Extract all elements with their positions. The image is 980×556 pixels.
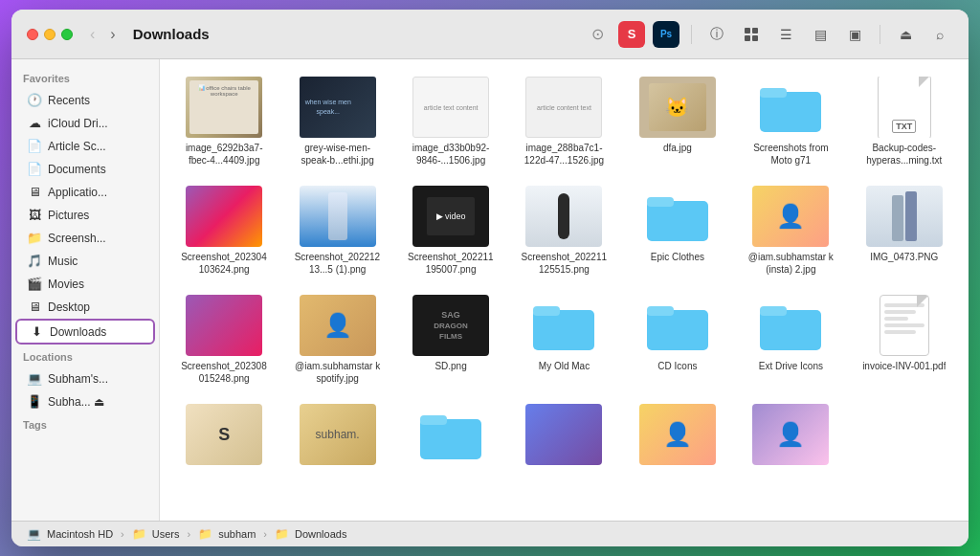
info-icon[interactable]: ⓘ (703, 21, 730, 48)
downloads-icon: ⬇ (29, 324, 44, 339)
scrivener-icon[interactable]: S (618, 21, 645, 48)
file-item[interactable]: Screenshots from Moto g71 (738, 71, 843, 172)
traffic-lights (27, 29, 73, 40)
pictures-icon: 🖼 (27, 208, 42, 222)
sidebar-item-desktop[interactable]: 🖥 Desktop (15, 296, 155, 318)
file-item[interactable]: TXT Backup-codes-hyperas...ming.txt (852, 71, 957, 172)
sidebar-item-subhams[interactable]: 💻 Subham's... (15, 367, 155, 389)
sidebar-item-screenshots[interactable]: 📁 Screensh... (15, 227, 155, 249)
gallery-view-icon[interactable]: ▣ (841, 21, 868, 48)
fullscreen-button[interactable] (61, 29, 73, 40)
forward-button[interactable]: › (104, 24, 121, 45)
file-item[interactable]: Epic Clothes (625, 180, 730, 281)
breadcrumb-downloads[interactable]: Downloads (295, 528, 346, 540)
sidebar-item-article[interactable]: 📄 Article Sc... (15, 135, 155, 157)
sidebar-item-downloads[interactable]: ⬇ Downloads (15, 319, 155, 345)
sidebar-item-subha[interactable]: 📱 Subha... ⏏ (15, 390, 155, 412)
file-item[interactable]: 👤 (625, 398, 730, 475)
file-item[interactable]: when wise menspeak... grey-wise-men-spea… (284, 71, 390, 172)
svg-rect-9 (533, 306, 560, 316)
sidebar-item-pictures[interactable]: 🖼 Pictures (15, 204, 155, 226)
subhams-label: Subham's... (48, 372, 108, 386)
file-item[interactable] (511, 398, 616, 475)
file-name: Ext Drive Icons (759, 360, 823, 372)
svg-rect-10 (647, 310, 708, 350)
file-item[interactable]: 👤 @iam.subhamstar k (insta) 2.jpg (738, 180, 843, 281)
file-thumbnail (300, 186, 376, 247)
file-area[interactable]: 📊 office chairs table workspace image_62… (160, 59, 969, 521)
file-item[interactable]: ▶ video Screenshot_20221128-195007.png (398, 180, 503, 281)
sidebar-item-movies[interactable]: 🎬 Movies (15, 273, 155, 295)
file-name: @iam.subhamstar k (insta) 2.jpg (747, 251, 834, 276)
file-name: Screenshot_20230825-015248.png (181, 360, 267, 385)
file-item[interactable]: SAG DRAGON FILMS SD.png (398, 289, 503, 390)
file-thumbnail (866, 295, 943, 356)
icloud-label: iCloud Dri... (48, 117, 108, 130)
sidebar-item-music[interactable]: 🎵 Music (15, 250, 155, 272)
file-thumbnail: TXT (866, 77, 943, 138)
file-item[interactable]: 📊 office chairs table workspace image_62… (171, 71, 277, 172)
file-name: grey-wise-men-speak-b...ethi.jpg (295, 142, 381, 167)
titlebar: ‹ › Downloads ⊙ S Ps ⓘ ☰ ▤ ▣ ⏏ ⌕ (11, 10, 969, 59)
sidebar-item-recents[interactable]: 🕐 Recents (15, 89, 155, 111)
locations-label: Locations (11, 345, 159, 367)
file-name: image_288ba7c1-122d-47...1526.jpg (521, 142, 607, 167)
file-item[interactable]: 👤 @iam.subhamstar k spotify.jpg (284, 289, 390, 390)
svg-rect-12 (760, 310, 821, 350)
file-item[interactable]: article text content image_d33b0b92-9846… (398, 71, 503, 172)
file-name: dfa.jpg (663, 142, 692, 154)
sidebar: Favorites 🕐 Recents ☁ iCloud Dri... 📄 Ar… (11, 59, 160, 521)
file-thumbnail: article content text (525, 77, 602, 138)
sidebar-item-documents[interactable]: 📄 Documents (15, 158, 155, 180)
breadcrumb-users-icon: 📁 (132, 527, 146, 541)
close-button[interactable] (27, 29, 38, 40)
svg-rect-11 (647, 306, 674, 316)
file-item[interactable]: article content text image_288ba7c1-122d… (511, 71, 616, 172)
breadcrumb-hd[interactable]: Macintosh HD (47, 528, 113, 540)
file-item[interactable]: Screenshot_20221125-125515.png (511, 180, 616, 281)
file-item[interactable] (398, 398, 503, 475)
search-icon[interactable]: ⌕ (926, 21, 953, 48)
column-view-icon[interactable]: ▤ (807, 21, 834, 48)
file-thumbnail: S (186, 404, 262, 465)
file-item[interactable]: invoice-INV-001.pdf (852, 289, 957, 390)
file-thumbnail (866, 186, 943, 247)
back-button[interactable]: ‹ (84, 24, 100, 45)
grid-view-icon[interactable] (738, 21, 765, 48)
file-item[interactable]: 👤 (738, 398, 843, 475)
downloads-label: Downloads (50, 325, 106, 339)
file-item[interactable]: subham. (284, 398, 390, 475)
file-item[interactable]: Screenshot_20230825-015248.png (171, 289, 277, 390)
svg-rect-6 (647, 201, 708, 241)
list-view-icon[interactable]: ☰ (772, 21, 799, 48)
file-thumbnail (186, 295, 262, 356)
file-item[interactable]: My Old Mac (511, 289, 616, 390)
file-name: Screenshot_20221217-13...5 (1).png (295, 251, 381, 276)
file-name: Epic Clothes (651, 251, 704, 263)
movies-label: Movies (48, 278, 84, 291)
sidebar-item-applications[interactable]: 🖥 Applicatio... (15, 181, 155, 203)
sidebar-item-icloud[interactable]: ☁ iCloud Dri... (15, 112, 155, 134)
file-name: IMG_0473.PNG (870, 251, 938, 263)
breadcrumb-users[interactable]: Users (152, 528, 180, 540)
file-thumbnail (752, 295, 829, 356)
file-name: CD Icons (657, 360, 697, 372)
file-name: SD.png (434, 360, 466, 372)
svg-rect-3 (752, 35, 758, 41)
svg-rect-13 (760, 306, 787, 316)
file-item[interactable]: Screenshot_20230409-103624.png (171, 180, 277, 281)
file-item[interactable]: CD Icons (625, 289, 730, 390)
file-thumbnail (639, 295, 716, 356)
file-item[interactable]: 🐱 dfa.jpg (625, 71, 730, 172)
minimize-button[interactable] (44, 29, 56, 40)
file-item[interactable]: Ext Drive Icons (738, 289, 843, 390)
file-item[interactable]: IMG_0473.PNG (852, 180, 957, 281)
photoshop-icon[interactable]: Ps (653, 21, 679, 48)
eject-icon[interactable]: ⏏ (892, 21, 919, 48)
file-item[interactable]: S (171, 398, 277, 475)
breadcrumb-subham[interactable]: subham (218, 528, 256, 540)
airdrop-icon[interactable]: ⊙ (584, 21, 611, 48)
file-item[interactable]: Screenshot_20221217-13...5 (1).png (284, 180, 390, 281)
file-thumbnail: 📊 office chairs table workspace (186, 77, 262, 138)
subha-label: Subha... ⏏ (48, 395, 104, 409)
